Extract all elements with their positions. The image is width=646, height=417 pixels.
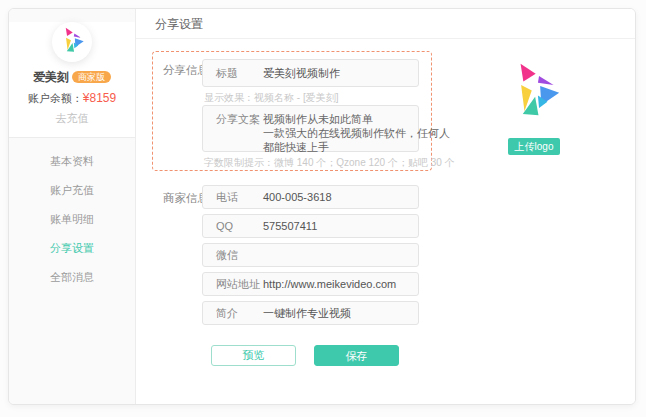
share-copy-line: 都能快速上手 [263, 140, 450, 154]
wechat-field[interactable]: 微信 [202, 243, 419, 267]
brand-logo-icon [59, 27, 85, 57]
merchant-logo-icon [506, 62, 562, 122]
phone-label: 电话 [203, 186, 263, 208]
app-panel: 爱美刻商家版 账户余额：¥8159 去充值 基本资料 账户充值 账单明细 分享设… [8, 8, 636, 405]
website-value: http://www.meikevideo.com [263, 273, 396, 295]
share-copy-line: 视频制作从未如此简单 [263, 112, 450, 126]
share-copy-line: 一款强大的在线视频制作软件，任何人 [263, 126, 450, 140]
merchant-edition-badge: 商家版 [72, 71, 111, 83]
sidebar: 爱美刻商家版 账户余额：¥8159 去充值 基本资料 账户充值 账单明细 分享设… [9, 9, 136, 404]
brand-name: 爱美刻 [33, 70, 69, 84]
main-area: 分享设置 分享信息 标题 爱美刻视频制作 显示效果：视频名称 - [爱美刻] 分… [136, 9, 635, 404]
share-title-field[interactable]: 标题 爱美刻视频制作 [202, 59, 419, 87]
wechat-label: 微信 [203, 244, 263, 266]
sidebar-item-share-settings[interactable]: 分享设置 [9, 240, 135, 256]
recharge-link[interactable]: 去充值 [9, 111, 135, 126]
account-balance: 账户余额：¥8159 [9, 91, 135, 106]
sidebar-menu: 基本资料 账户充值 账单明细 分享设置 全部消息 [9, 138, 135, 285]
intro-field[interactable]: 简介 一键制作专业视频 [202, 301, 419, 325]
balance-value: ¥8159 [83, 91, 116, 105]
sidebar-item-billing[interactable]: 账单明细 [9, 211, 135, 227]
balance-label: 账户余额： [28, 92, 83, 104]
preview-button[interactable]: 预览 [211, 345, 296, 366]
website-field[interactable]: 网站地址 http://www.meikevideo.com [202, 272, 419, 296]
settings-form: 分享信息 标题 爱美刻视频制作 显示效果：视频名称 - [爱美刻] 分享文案 视… [136, 39, 635, 403]
qq-label: QQ [203, 215, 263, 237]
page-title: 分享设置 [136, 9, 635, 39]
share-copy-label: 分享文案 [203, 106, 263, 151]
upload-logo-button[interactable]: 上传logo [508, 138, 560, 155]
phone-field[interactable]: 电话 400-005-3618 [202, 185, 419, 209]
sidebar-item-recharge[interactable]: 账户充值 [9, 182, 135, 198]
qq-value: 575507411 [263, 215, 317, 237]
share-copy-value: 视频制作从未如此简单 一款强大的在线视频制作软件，任何人 都能快速上手 [263, 106, 450, 151]
website-label: 网站地址 [203, 273, 263, 295]
phone-value: 400-005-3618 [263, 186, 332, 208]
intro-label: 简介 [203, 302, 263, 324]
qq-field[interactable]: QQ 575507411 [202, 214, 419, 238]
share-title-hint: 显示效果：视频名称 - [爱美刻] [204, 91, 338, 105]
intro-value: 一键制作专业视频 [263, 302, 351, 324]
share-title-value: 爱美刻视频制作 [263, 60, 340, 86]
share-copy-hint: 字数限制提示：微博 140 个；Qzone 120 个；贴吧 30 个 [204, 156, 455, 170]
save-button[interactable]: 保存 [314, 345, 399, 366]
share-copy-field[interactable]: 分享文案 视频制作从未如此简单 一款强大的在线视频制作软件，任何人 都能快速上手 [202, 105, 419, 152]
share-title-label: 标题 [203, 60, 263, 86]
brand-logo-circle [52, 22, 92, 62]
account-profile: 爱美刻商家版 账户余额：¥8159 去充值 [9, 22, 135, 138]
merchant-logo-preview [505, 63, 563, 121]
sidebar-item-basic-info[interactable]: 基本资料 [9, 153, 135, 169]
sidebar-item-messages[interactable]: 全部消息 [9, 269, 135, 285]
